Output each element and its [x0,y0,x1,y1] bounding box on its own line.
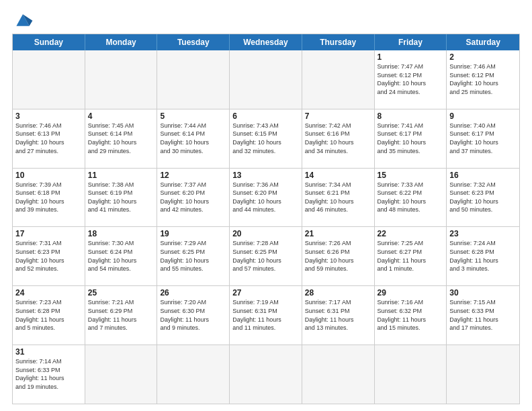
calendar-cell [447,345,519,404]
calendar-cell: 30Sunrise: 7:15 AMSunset: 6:33 PMDayligh… [447,286,519,345]
calendar-week-2: 10Sunrise: 7:39 AMSunset: 6:18 PMDayligh… [13,168,519,227]
calendar-cell [230,50,302,109]
day-info: Sunrise: 7:21 AMSunset: 6:29 PMDaylight:… [88,298,154,332]
day-number: 1 [378,52,444,62]
calendar-cell: 7Sunrise: 7:42 AMSunset: 6:16 PMDaylight… [302,109,375,168]
calendar-cell: 13Sunrise: 7:36 AMSunset: 6:20 PMDayligh… [230,169,302,227]
day-number: 30 [449,288,517,298]
day-info: Sunrise: 7:46 AMSunset: 6:13 PMDaylight:… [15,122,82,155]
day-header-wednesday: Wednesday [230,34,302,50]
day-info: Sunrise: 7:38 AMSunset: 6:19 PMDaylight:… [88,181,154,214]
day-number: 18 [88,229,154,238]
calendar-cell [85,50,158,109]
calendar-cell: 24Sunrise: 7:23 AMSunset: 6:28 PMDayligh… [13,286,85,345]
calendar-cell: 26Sunrise: 7:20 AMSunset: 6:30 PMDayligh… [157,286,230,345]
day-info: Sunrise: 7:19 AMSunset: 6:31 PMDaylight:… [232,298,299,332]
calendar-cell: 11Sunrise: 7:38 AMSunset: 6:19 PMDayligh… [85,169,158,227]
calendar-cell [230,345,302,404]
calendar-week-0: 1Sunrise: 7:47 AMSunset: 6:12 PMDaylight… [13,50,519,109]
calendar-cell: 31Sunrise: 7:14 AMSunset: 6:33 PMDayligh… [13,345,85,404]
day-info: Sunrise: 7:28 AMSunset: 6:25 PMDaylight:… [232,239,299,273]
calendar-body: 1Sunrise: 7:47 AMSunset: 6:12 PMDaylight… [13,50,519,404]
day-number: 17 [15,229,82,238]
day-number: 31 [15,347,82,357]
day-info: Sunrise: 7:14 AMSunset: 6:33 PMDaylight:… [15,357,82,391]
day-header-tuesday: Tuesday [157,34,230,50]
calendar-cell: 18Sunrise: 7:30 AMSunset: 6:24 PMDayligh… [85,227,158,285]
day-info: Sunrise: 7:34 AMSunset: 6:21 PMDaylight:… [305,181,371,214]
day-number: 3 [15,111,82,121]
calendar-cell [85,345,158,404]
day-header-thursday: Thursday [302,34,375,50]
day-number: 5 [160,111,226,121]
day-info: Sunrise: 7:26 AMSunset: 6:26 PMDaylight:… [305,239,371,273]
day-number: 27 [232,288,299,298]
calendar-week-5: 31Sunrise: 7:14 AMSunset: 6:33 PMDayligh… [13,345,519,404]
day-number: 12 [160,171,226,180]
day-number: 10 [15,171,82,180]
day-number: 11 [88,171,154,180]
day-number: 19 [160,229,226,238]
day-header-monday: Monday [85,34,158,50]
calendar-cell [375,345,447,404]
day-info: Sunrise: 7:31 AMSunset: 6:23 PMDaylight:… [15,239,82,273]
day-info: Sunrise: 7:23 AMSunset: 6:28 PMDaylight:… [15,298,82,332]
calendar-cell: 21Sunrise: 7:26 AMSunset: 6:26 PMDayligh… [302,227,375,285]
calendar-cell: 20Sunrise: 7:28 AMSunset: 6:25 PMDayligh… [230,227,302,285]
calendar-week-3: 17Sunrise: 7:31 AMSunset: 6:23 PMDayligh… [13,226,519,285]
day-number: 16 [449,171,517,180]
calendar: SundayMondayTuesdayWednesdayThursdayFrid… [12,34,520,404]
calendar-cell: 6Sunrise: 7:43 AMSunset: 6:15 PMDaylight… [230,109,302,168]
day-info: Sunrise: 7:29 AMSunset: 6:25 PMDaylight:… [160,239,226,273]
day-number: 24 [15,288,82,298]
header [12,11,520,30]
day-number: 21 [305,229,371,238]
day-number: 7 [305,111,371,121]
calendar-cell: 5Sunrise: 7:44 AMSunset: 6:14 PMDaylight… [157,109,230,168]
calendar-cell: 10Sunrise: 7:39 AMSunset: 6:18 PMDayligh… [13,169,85,227]
day-number: 29 [378,288,444,298]
day-number: 15 [378,171,444,180]
page: SundayMondayTuesdayWednesdayThursdayFrid… [0,0,532,411]
day-info: Sunrise: 7:37 AMSunset: 6:20 PMDaylight:… [160,181,226,214]
calendar-cell: 19Sunrise: 7:29 AMSunset: 6:25 PMDayligh… [157,227,230,285]
day-info: Sunrise: 7:36 AMSunset: 6:20 PMDaylight:… [232,181,299,214]
day-info: Sunrise: 7:40 AMSunset: 6:17 PMDaylight:… [449,122,517,155]
day-info: Sunrise: 7:32 AMSunset: 6:23 PMDaylight:… [449,181,517,214]
calendar-header: SundayMondayTuesdayWednesdayThursdayFrid… [13,34,519,50]
calendar-cell: 22Sunrise: 7:25 AMSunset: 6:27 PMDayligh… [375,227,447,285]
day-info: Sunrise: 7:41 AMSunset: 6:17 PMDaylight:… [378,122,444,155]
day-info: Sunrise: 7:30 AMSunset: 6:24 PMDaylight:… [88,239,154,273]
calendar-cell [157,50,230,109]
day-number: 9 [449,111,517,121]
day-number: 13 [232,171,299,180]
day-info: Sunrise: 7:20 AMSunset: 6:30 PMDaylight:… [160,298,226,332]
day-header-friday: Friday [375,34,447,50]
day-info: Sunrise: 7:39 AMSunset: 6:18 PMDaylight:… [15,181,82,214]
day-info: Sunrise: 7:45 AMSunset: 6:14 PMDaylight:… [88,122,154,155]
day-header-saturday: Saturday [447,34,519,50]
day-number: 20 [232,229,299,238]
calendar-cell: 14Sunrise: 7:34 AMSunset: 6:21 PMDayligh… [302,169,375,227]
calendar-cell: 3Sunrise: 7:46 AMSunset: 6:13 PMDaylight… [13,109,85,168]
calendar-cell: 27Sunrise: 7:19 AMSunset: 6:31 PMDayligh… [230,286,302,345]
day-number: 2 [449,52,517,62]
day-info: Sunrise: 7:33 AMSunset: 6:22 PMDaylight:… [378,181,444,214]
calendar-cell: 12Sunrise: 7:37 AMSunset: 6:20 PMDayligh… [157,169,230,227]
calendar-cell: 23Sunrise: 7:24 AMSunset: 6:28 PMDayligh… [447,227,519,285]
day-info: Sunrise: 7:47 AMSunset: 6:12 PMDaylight:… [378,62,444,96]
calendar-cell: 8Sunrise: 7:41 AMSunset: 6:17 PMDaylight… [375,109,447,168]
calendar-cell [302,345,375,404]
calendar-cell: 15Sunrise: 7:33 AMSunset: 6:22 PMDayligh… [375,169,447,227]
calendar-cell: 25Sunrise: 7:21 AMSunset: 6:29 PMDayligh… [85,286,158,345]
calendar-cell: 4Sunrise: 7:45 AMSunset: 6:14 PMDaylight… [85,109,158,168]
day-info: Sunrise: 7:43 AMSunset: 6:15 PMDaylight:… [232,122,299,155]
day-number: 26 [160,288,226,298]
calendar-cell [302,50,375,109]
day-number: 4 [88,111,154,121]
calendar-cell: 28Sunrise: 7:17 AMSunset: 6:31 PMDayligh… [302,286,375,345]
calendar-cell: 9Sunrise: 7:40 AMSunset: 6:17 PMDaylight… [447,109,519,168]
day-info: Sunrise: 7:42 AMSunset: 6:16 PMDaylight:… [305,122,371,155]
day-number: 6 [232,111,299,121]
day-info: Sunrise: 7:25 AMSunset: 6:27 PMDaylight:… [378,239,444,273]
